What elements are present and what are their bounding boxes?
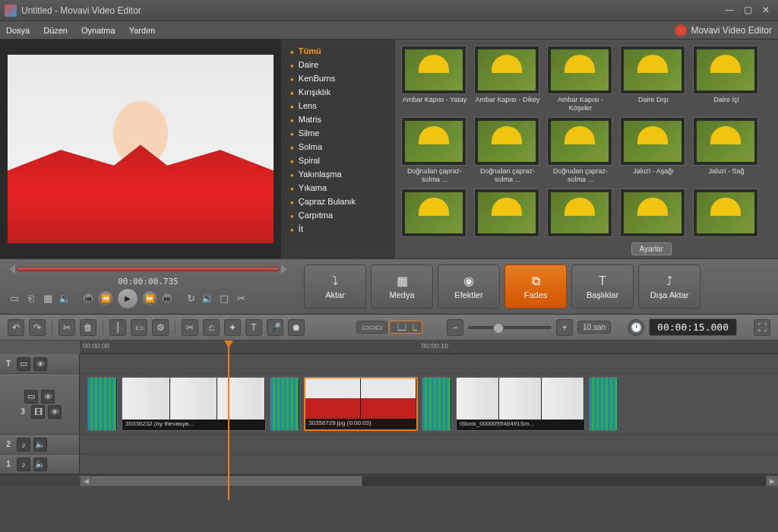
clock-icon[interactable]: 🕐 xyxy=(628,319,644,336)
zoom-out-button[interactable]: − xyxy=(447,319,463,336)
crop2-button[interactable]: ✂ xyxy=(182,319,198,336)
mode-fades[interactable]: ⧉Fades xyxy=(504,264,567,309)
scroll-track[interactable] xyxy=(92,477,766,486)
note-icon[interactable]: ♪ xyxy=(17,458,30,471)
category-item[interactable]: Yıkama xyxy=(281,181,395,195)
video-clip[interactable]: iStock_000005548491Sm... xyxy=(456,377,585,431)
transition-item[interactable]: Jaluzi - Aşağı xyxy=(620,117,687,184)
menu-play[interactable]: Oynatma xyxy=(81,26,115,35)
zoom-in-button[interactable]: + xyxy=(556,319,573,336)
transition-item[interactable]: Doğrudan çapraz-solma ... xyxy=(547,117,614,184)
settings-button[interactable]: Ayarlar xyxy=(631,242,672,255)
category-item[interactable]: Yakınlaşma xyxy=(281,167,395,181)
snap-value[interactable]: 10 san xyxy=(577,321,611,334)
seek-prev-icon[interactable] xyxy=(9,264,15,274)
track-body-audio1[interactable] xyxy=(80,454,778,473)
eye-icon[interactable]: 👁 xyxy=(41,390,55,404)
timeline-timecode[interactable]: 00:00:15.000 xyxy=(649,318,737,336)
aspect-icon[interactable]: ▭ xyxy=(8,292,21,306)
timeline-scrollbar[interactable]: ◀ ▶ xyxy=(0,474,778,486)
transition-clip[interactable] xyxy=(270,377,300,431)
track-body-title[interactable] xyxy=(80,354,778,373)
transition-item[interactable] xyxy=(693,188,760,237)
category-item[interactable]: Daire xyxy=(281,58,395,71)
category-item[interactable]: Tümü xyxy=(281,44,395,58)
timeline-ruler[interactable]: 00:00:00 00:00:10 xyxy=(80,340,778,354)
category-item[interactable]: Silme xyxy=(281,126,395,140)
forward-button[interactable]: ⏩ xyxy=(141,290,158,307)
transition-item[interactable]: Ambar Kapısı - Köşeler xyxy=(547,46,614,112)
category-item[interactable]: Çapraz Bulanık xyxy=(281,195,395,208)
delete-button[interactable]: 🗑 xyxy=(80,319,96,336)
fullscreen-button[interactable]: ⛶ xyxy=(754,319,770,336)
text-tool-button[interactable]: T xyxy=(245,319,262,336)
eye-icon[interactable]: 👁 xyxy=(48,405,62,419)
track-body-video[interactable]: 30336232 (by thevasya... 30358729.jpg (0… xyxy=(80,374,778,434)
zoom-slider[interactable] xyxy=(468,326,552,329)
view-timeline[interactable]: ⎿⏌⎿ xyxy=(389,321,422,334)
rec-button[interactable]: ⏺ xyxy=(288,319,305,336)
play-button[interactable]: ▶ xyxy=(117,288,138,309)
mic-button[interactable]: 🎤 xyxy=(267,319,283,336)
category-item[interactable]: Lens xyxy=(281,99,395,112)
skip-end-button[interactable]: ⏭ xyxy=(161,293,173,305)
category-item[interactable]: Solma xyxy=(281,140,395,154)
skip-start-button[interactable]: ⏮ xyxy=(82,293,94,305)
maximize-button[interactable]: ▢ xyxy=(740,5,755,17)
film-icon[interactable]: 🎞 xyxy=(31,405,45,419)
eye-icon[interactable]: 👁 xyxy=(33,357,47,371)
mode-titles[interactable]: TBaşlıklar xyxy=(571,264,634,309)
transition-clip[interactable] xyxy=(422,377,452,431)
redo-button[interactable]: ↷ xyxy=(29,319,46,336)
volume-icon[interactable]: 🔉 xyxy=(201,292,214,306)
props-button[interactable]: ⚙ xyxy=(152,319,169,336)
minimize-button[interactable]: — xyxy=(722,5,737,17)
mode-media[interactable]: ▦Medya xyxy=(371,264,433,309)
title-track-icon[interactable]: ▭ xyxy=(17,357,30,371)
preview-image[interactable] xyxy=(8,55,274,243)
mode-import[interactable]: ⤵Aktar xyxy=(304,264,366,309)
video-clip[interactable]: 30336232 (by thevasya... xyxy=(122,377,266,431)
split-button[interactable]: ⎮ xyxy=(109,319,126,336)
transition-item[interactable] xyxy=(547,188,614,237)
transition-item[interactable]: Jaluzi - Sağ xyxy=(693,117,760,184)
crop-icon[interactable]: ✂ xyxy=(234,292,248,306)
seek-next-icon[interactable] xyxy=(281,264,287,274)
speaker-icon[interactable]: 🔈 xyxy=(33,438,47,451)
speaker-icon[interactable]: 🔈 xyxy=(33,458,47,471)
transition-clip[interactable] xyxy=(87,377,118,431)
transition-item[interactable]: Doğrudan çapraz-solma ... xyxy=(474,117,541,184)
overlay-icon[interactable]: ▭ xyxy=(24,390,38,404)
mode-export[interactable]: ⤴Dışa Aktar xyxy=(638,264,701,309)
seekbar[interactable] xyxy=(8,264,289,274)
transition-item[interactable] xyxy=(620,188,687,237)
menu-help[interactable]: Yardım xyxy=(129,26,156,35)
snapshot-icon[interactable]: ▢ xyxy=(217,292,231,306)
undo-button[interactable]: ↶ xyxy=(8,319,24,336)
rewind-button[interactable]: ⏪ xyxy=(97,290,114,307)
note-icon[interactable]: ♪ xyxy=(17,438,30,451)
playhead[interactable] xyxy=(228,340,229,500)
category-item[interactable]: Çarpıtma xyxy=(281,208,395,222)
ripple-button[interactable]: ⎌ xyxy=(203,319,220,336)
close-button[interactable]: ✕ xyxy=(758,5,773,17)
category-item[interactable]: İt xyxy=(281,222,395,236)
category-item[interactable]: Spiral xyxy=(281,154,395,167)
mode-effects[interactable]: ◉Efektler xyxy=(438,264,500,309)
cut-button[interactable]: ✂ xyxy=(59,319,75,336)
video-clip[interactable]: 30358729.jpg (0:00:03) xyxy=(304,377,418,431)
scroll-thumb[interactable] xyxy=(92,477,362,486)
loop-icon[interactable]: ↻ xyxy=(184,292,198,306)
transition-item[interactable]: Ambar Kapısı - Yatay xyxy=(401,46,468,112)
view-storyboard[interactable]: ▭▭▭ xyxy=(356,321,387,334)
marker-button[interactable]: ✦ xyxy=(224,319,241,336)
transition-item[interactable] xyxy=(401,188,468,237)
menu-file[interactable]: Dosya xyxy=(6,26,30,35)
seek-track[interactable] xyxy=(17,267,280,271)
transition-item[interactable] xyxy=(474,188,541,237)
frame-icon[interactable]: ▦ xyxy=(41,292,55,306)
category-item[interactable]: Matris xyxy=(281,112,395,126)
transition-clip[interactable] xyxy=(589,377,619,431)
scroll-left-button[interactable]: ◀ xyxy=(80,476,92,486)
track-body-audio2[interactable] xyxy=(80,435,778,454)
